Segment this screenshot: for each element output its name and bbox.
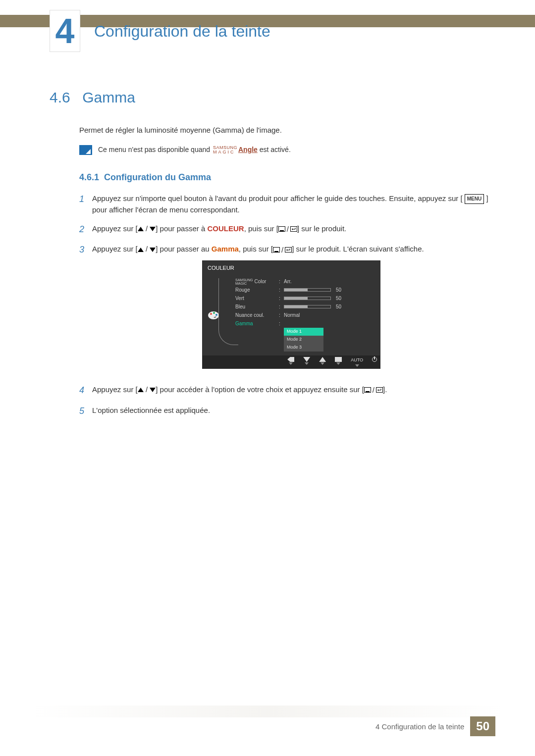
magic-bot: MAGIC [235,282,247,285]
step-4: 4 Appuyez sur [ / ] pour accéder à l'opt… [79,384,490,398]
step-1: 1 Appuyez sur n'importe quel bouton à l'… [79,193,490,216]
magic-mini: SAMSUNG MAGIC [235,278,253,285]
svg-point-7 [210,313,212,315]
step-body: Appuyez sur n'importe quel bouton à l'av… [92,193,490,216]
text: Appuyez sur [ [92,385,138,394]
osd-navbar: AUTO [203,355,380,368]
section-intro: Permet de régler la luminosité moyenne (… [79,126,490,134]
palette-icon [208,310,219,320]
osd-label-gamma: Gamma [235,320,279,328]
magic-top: SAMSUNG [235,278,253,282]
svg-rect-11 [366,391,370,392]
osd-row-vert: Vert : 50 [235,294,376,302]
osd-label: SAMSUNG MAGIC Color [235,278,279,286]
svg-rect-1 [280,230,284,231]
samsung-magic-label: SAMSUNG MAGIC [213,146,237,154]
osd-row-gamma: Gamma : [235,319,376,328]
svg-point-8 [213,312,215,314]
menu-button-icon: MENU [465,194,484,204]
source-enter-icon: / [364,384,383,396]
steps-list: 1 Appuyez sur n'importe quel bouton à l'… [79,193,490,418]
osd-body: SAMSUNG MAGIC Color : Arr. Rouge [203,275,380,355]
osd-slider [284,297,331,300]
osd-value: Normal [284,311,300,319]
magic-bot: MAGIC [213,150,235,154]
osd-value: 50 [336,303,347,311]
text: , puis sur [ [244,224,278,233]
chapter-number: 4 [55,11,75,51]
text: ] sur le produit. L'écran suivant s'affi… [292,245,424,253]
magic-color-label: Color [254,278,266,286]
osd-row-magic: SAMSUNG MAGIC Color : Arr. [235,277,376,286]
section-heading: 4.6 Gamma [50,89,490,106]
step-number: 5 [79,404,92,418]
triangle-down-icon [150,388,156,392]
step-number: 1 [79,193,92,216]
text: , puis sur [ [239,245,273,253]
chapter-number-box: 4 [50,10,80,52]
section-title: Gamma [82,89,135,105]
text: ] sur le produit. [297,224,346,233]
osd-nav-up-icon [319,357,326,367]
step-number: 4 [79,384,92,398]
note-text: Ce menu n'est pas disponible quand SAMSU… [98,146,291,154]
osd-value: 50 [336,295,347,302]
triangle-up-icon [138,248,144,252]
keyword-gamma: Gamma [212,245,239,253]
text: ] pour passer à [156,224,207,233]
keyword-couleur: COULEUR [207,224,244,233]
content-area: 4.6 Gamma Permet de régler la luminosité… [50,89,490,425]
step-2: 2 Appuyez sur [ / ] pour passer à COULEU… [79,223,490,237]
osd-slider [284,305,331,308]
osd-nav-enter-icon [335,357,342,367]
text: Appuyez sur n'importe quel bouton à l'av… [92,194,463,202]
note-pre: Ce menu n'est pas disponible quand [98,146,212,153]
text: ]. [383,385,387,394]
triangle-up-icon [138,388,144,392]
note-post: est activé. [260,146,291,153]
osd-screenshot: COULEUR SAMSUNG [202,260,380,369]
text: ] pour accéder à l'option de votre choix… [156,385,364,394]
triangle-down-icon [150,248,156,252]
step-body: L'option sélectionnée est appliquée. [92,404,490,418]
osd-left-icon [203,275,224,355]
step-body: Appuyez sur [ / ] pour passer au Gamma, … [92,243,490,376]
text: ] pour passer au [156,245,212,253]
subsection-title: Configuration du Gamma [104,172,211,182]
svg-point-9 [215,314,217,316]
text: Appuyez sur [ [92,224,138,233]
osd-nav-back-icon [287,357,294,367]
osd-label: Rouge [235,286,279,294]
text: Appuyez sur [ [92,245,138,253]
osd-title: COULEUR [203,261,380,275]
osd-mode-1: Mode 1 [284,328,323,336]
triangle-up-icon [138,227,144,231]
osd-label: Nuance coul. [235,311,279,319]
magic-angle: Angle [238,146,258,153]
source-enter-icon: / [278,223,297,235]
step-body: Appuyez sur [ / ] pour passer à COULEUR,… [92,223,490,237]
step-number: 3 [79,243,92,376]
step-3: 3 Appuyez sur [ / ] pour passer au Gamma… [79,243,490,376]
chapter-title: Configuration de la teinte [94,22,270,41]
footer-text: 4 Configuration de la teinte [375,722,464,731]
osd-auto-label: AUTO [351,357,363,364]
osd-row-bleu: Bleu : 50 [235,302,376,311]
note-icon [79,145,92,155]
section-number: 4.6 [50,89,70,105]
footer-gradient [30,706,505,717]
osd-nav-auto: AUTO [351,357,363,367]
footer: 4 Configuration de la teinte 50 [40,716,495,736]
step-body: Appuyez sur [ / ] pour accéder à l'optio… [92,384,490,398]
source-enter-icon: / [273,244,292,255]
osd-value: Arr. [284,278,292,286]
footer-page-number: 50 [470,716,495,736]
osd-nav-down-icon [303,357,310,367]
step-5: 5 L'option sélectionnée est appliquée. [79,404,490,418]
svg-rect-4 [274,251,278,252]
note-row: Ce menu n'est pas disponible quand SAMSU… [79,145,490,155]
osd-mode-3: Mode 3 [284,344,323,352]
subsection-number: 4.6.1 [79,172,99,182]
osd-row-rouge: Rouge : 50 [235,286,376,294]
osd-label: Bleu [235,303,279,311]
